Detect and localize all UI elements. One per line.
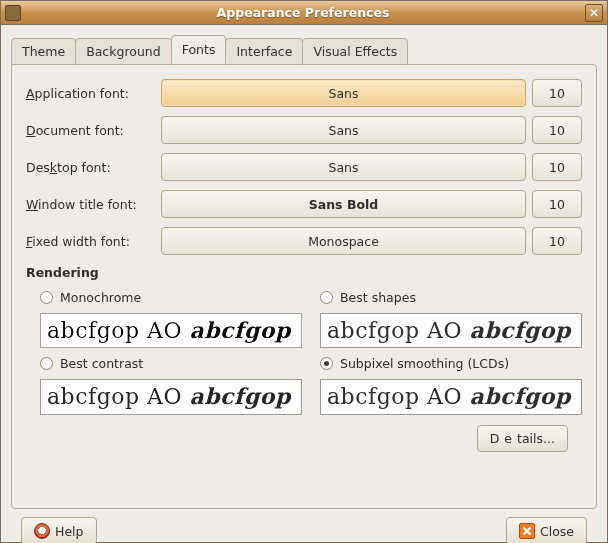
radio-icon bbox=[320, 357, 333, 370]
desktop-font-size[interactable]: 10 bbox=[532, 153, 582, 181]
rendering-monochrome-label: Monochrome bbox=[60, 290, 141, 305]
application-font-size[interactable]: 10 bbox=[532, 79, 582, 107]
radio-icon bbox=[40, 357, 53, 370]
desktop-font-button[interactable]: Sans bbox=[161, 153, 526, 181]
application-font-label: Application font: bbox=[26, 86, 161, 101]
radio-icon bbox=[320, 291, 333, 304]
tab-theme[interactable]: Theme bbox=[11, 38, 76, 65]
tab-fonts[interactable]: Fonts bbox=[171, 35, 227, 64]
sample-monochrome: abcfgop AO abcfgop bbox=[40, 313, 302, 348]
fixed-width-font-button[interactable]: Monospace bbox=[161, 227, 526, 255]
close-icon bbox=[519, 523, 535, 539]
help-icon bbox=[34, 523, 50, 539]
desktop-font-label: Desktop font: bbox=[26, 160, 161, 175]
fonts-panel: Application font: Sans 10 Document font:… bbox=[11, 64, 597, 509]
help-button[interactable]: Help bbox=[21, 517, 97, 543]
rendering-contrast-radio[interactable]: Best contrast bbox=[40, 354, 302, 373]
sample-shapes: abcfgop AO abcfgop bbox=[320, 313, 582, 348]
close-button[interactable]: Close bbox=[506, 517, 587, 543]
radio-icon bbox=[40, 291, 53, 304]
rendering-subpixel-radio[interactable]: Subpixel smoothing (LCDs) bbox=[320, 354, 582, 373]
window-title: Appearance Preferences bbox=[21, 5, 585, 20]
sample-subpixel: abcfgop AO abcfgop bbox=[320, 379, 582, 414]
rendering-subpixel-label: Subpixel smoothing (LCDs) bbox=[340, 356, 509, 371]
tab-background[interactable]: Background bbox=[75, 38, 172, 65]
window-title-font-button[interactable]: Sans Bold bbox=[161, 190, 526, 218]
document-font-label: Document font: bbox=[26, 123, 161, 138]
window-close-button[interactable]: ✕ bbox=[585, 4, 603, 22]
window-title-font-label: Window title font: bbox=[26, 197, 161, 212]
rendering-shapes-radio[interactable]: Best shapes bbox=[320, 288, 582, 307]
rendering-contrast-label: Best contrast bbox=[60, 356, 143, 371]
details-button[interactable]: Details... bbox=[477, 425, 568, 452]
tab-interface[interactable]: Interface bbox=[225, 38, 303, 65]
tab-visual-effects[interactable]: Visual Effects bbox=[302, 38, 408, 65]
rendering-monochrome-radio[interactable]: Monochrome bbox=[40, 288, 302, 307]
window-app-icon bbox=[5, 5, 21, 21]
titlebar: Appearance Preferences ✕ bbox=[1, 1, 607, 25]
rendering-title: Rendering bbox=[26, 265, 582, 280]
application-font-button[interactable]: Sans bbox=[161, 79, 526, 107]
tabs: Theme Background Fonts Interface Visual … bbox=[11, 35, 597, 64]
window-title-font-size[interactable]: 10 bbox=[532, 190, 582, 218]
document-font-size[interactable]: 10 bbox=[532, 116, 582, 144]
document-font-button[interactable]: Sans bbox=[161, 116, 526, 144]
sample-contrast: abcfgop AO abcfgop bbox=[40, 379, 302, 414]
fixed-width-font-label: Fixed width font: bbox=[26, 234, 161, 249]
rendering-shapes-label: Best shapes bbox=[340, 290, 416, 305]
fixed-width-font-size[interactable]: 10 bbox=[532, 227, 582, 255]
